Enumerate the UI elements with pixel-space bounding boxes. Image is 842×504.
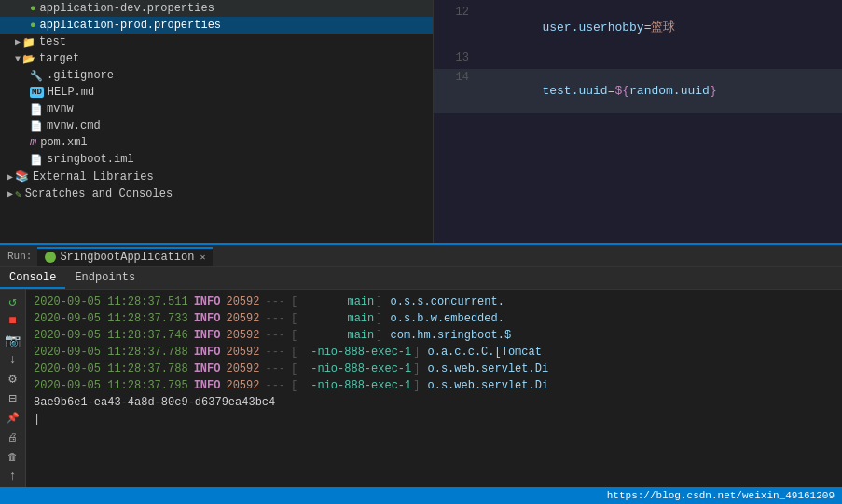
- sidebar-item-label: test: [39, 35, 66, 48]
- sidebar-item-pomxml[interactable]: m pom.xml: [0, 134, 433, 151]
- log-thread-6: -nio-888-exec-1: [299, 379, 411, 392]
- log-class-3: com.hm.sringboot.$: [390, 329, 511, 342]
- log-line-cursor: |: [26, 411, 842, 428]
- sidebar-item-label: application-dev.properties: [40, 2, 214, 15]
- log-level-6: INFO: [194, 379, 221, 392]
- tab-endpoints-label: Endpoints: [75, 271, 135, 284]
- app-dev-icon: ●: [30, 3, 36, 14]
- sidebar-item-label: Scratches and Consoles: [25, 187, 173, 200]
- sidebar-item-label: target: [39, 52, 79, 65]
- log-line-3: 2020-09-05 11:28:37.746 INFO 20592 --- […: [26, 327, 842, 344]
- run-label: Run:: [7, 251, 32, 262]
- log-date-3: 2020-09-05 11:28:37.746: [34, 329, 188, 342]
- code-content-12: user.userhobby=篮球: [484, 5, 675, 49]
- log-sep-1: ---: [265, 295, 285, 308]
- run-tab[interactable]: SringbootApplication ✕: [37, 247, 213, 266]
- code-line-13: 13: [434, 50, 842, 69]
- layout-button[interactable]: ⊟: [3, 390, 23, 406]
- log-class-1: o.s.s.concurrent.: [390, 295, 504, 308]
- console-content-area: ↺ ■ 📷 ↓ ⚙ ⊟ 📌 🖨 🗑 ↑ 2020-09-05 11:28:37.…: [0, 290, 842, 487]
- sidebar-item-target[interactable]: ▼ 📂 target: [0, 50, 433, 67]
- log-pid-5: 20592: [226, 362, 259, 375]
- settings-button[interactable]: ⚙: [3, 371, 23, 387]
- code-editor: 12 user.userhobby=篮球 13 14 test.uuid=${r…: [434, 0, 842, 243]
- log-thread-2: main: [299, 312, 374, 325]
- uuid-value: 8ae9b6e1-ea43-4a8d-80c9-d6379ea43bc4: [34, 396, 275, 409]
- log-level-5: INFO: [194, 362, 221, 375]
- tab-console-label: Console: [9, 271, 56, 284]
- log-thread-1: main: [299, 295, 374, 308]
- pin-button[interactable]: 📌: [3, 410, 23, 426]
- log-date-1: 2020-09-05 11:28:37.511: [34, 295, 188, 308]
- log-line-5: 2020-09-05 11:28:37.788 INFO 20592 --- […: [26, 361, 842, 377]
- sidebar-item-label: External Libraries: [33, 170, 154, 184]
- log-thread-4: -nio-888-exec-1: [299, 346, 411, 359]
- tab-endpoints[interactable]: Endpoints: [65, 268, 145, 289]
- down-button[interactable]: ↓: [3, 352, 23, 368]
- log-thread-5: -nio-888-exec-1: [299, 362, 411, 375]
- log-line-uuid: 8ae9b6e1-ea43-4a8d-80c9-d6379ea43bc4: [26, 394, 842, 411]
- log-line-6: 2020-09-05 11:28:37.795 INFO 20592 --- […: [26, 377, 842, 394]
- sidebar-item-label: sringboot.iml: [47, 153, 134, 166]
- scratches-arrow-icon: ▶: [7, 188, 13, 199]
- code-content-14: test.uuid=${random.uuid}: [484, 70, 717, 112]
- log-level-4: INFO: [194, 346, 221, 359]
- side-toolbar: ↺ ■ 📷 ↓ ⚙ ⊟ 📌 🖨 🗑 ↑: [0, 290, 26, 487]
- log-pid-3: 20592: [226, 329, 259, 342]
- sidebar-item-label: HELP.md: [48, 86, 94, 99]
- app-prod-icon: ●: [30, 20, 36, 31]
- log-class-2: o.s.b.w.embedded.: [390, 312, 504, 325]
- sidebar-item-mvnw[interactable]: 📄 mvnw: [0, 101, 433, 117]
- sidebar-item-app-prod[interactable]: ● application-prod.properties: [0, 17, 433, 34]
- code-line-12: 12 user.userhobby=篮球: [434, 4, 842, 50]
- tab-console[interactable]: Console: [0, 268, 65, 289]
- stop-button[interactable]: ■: [3, 313, 23, 329]
- log-pid-1: 20592: [226, 295, 259, 308]
- sidebar-item-app-dev[interactable]: ● application-dev.properties: [0, 0, 433, 17]
- log-date-4: 2020-09-05 11:28:37.788: [34, 346, 188, 359]
- folder-icon: 📁: [22, 36, 35, 48]
- mvnw-icon: 📄: [30, 103, 43, 116]
- sidebar-item-test[interactable]: ▶ 📁 test: [0, 34, 433, 50]
- rerun-button[interactable]: ↺: [3, 293, 23, 309]
- log-pid-6: 20592: [226, 379, 259, 392]
- log-date-6: 2020-09-05 11:28:37.795: [34, 379, 188, 392]
- print-button[interactable]: 🖨: [3, 429, 23, 445]
- sidebar: ● application-dev.properties ● applicati…: [0, 0, 434, 243]
- sidebar-item-extlibs[interactable]: ▶ 📚 External Libraries: [0, 168, 433, 185]
- arrow-open-icon: ▼: [15, 54, 21, 64]
- spring-icon: [45, 252, 56, 263]
- log-level-3: INFO: [194, 329, 221, 342]
- sidebar-item-label: mvnw.cmd: [47, 119, 101, 132]
- log-sep-6: ---: [265, 379, 285, 392]
- trash-button[interactable]: 🗑: [3, 449, 23, 465]
- log-class-4: o.a.c.c.C.[Tomcat: [427, 346, 541, 359]
- log-thread-3: main: [299, 329, 374, 342]
- sidebar-item-gitignore[interactable]: 🔧 .gitignore: [0, 67, 433, 84]
- line-number-14: 14: [441, 71, 469, 84]
- tab-close-icon[interactable]: ✕: [200, 252, 205, 263]
- log-pid-2: 20592: [226, 312, 259, 325]
- log-pid-4: 20592: [226, 346, 259, 359]
- log-level-2: INFO: [194, 312, 221, 325]
- log-sep-4: ---: [265, 346, 285, 359]
- main-area: ● application-dev.properties ● applicati…: [0, 0, 842, 243]
- sidebar-item-mvnwcmd[interactable]: 📄 mvnw.cmd: [0, 117, 433, 134]
- sidebar-item-scratches[interactable]: ▶ ✎ Scratches and Consoles: [0, 185, 433, 202]
- arrow-icon: ▶: [15, 36, 21, 48]
- sidebar-item-label: .gitignore: [47, 69, 114, 82]
- log-sep-3: ---: [265, 329, 285, 342]
- sidebar-item-helpmd[interactable]: MD HELP.md: [0, 84, 433, 101]
- mvnwcmd-icon: 📄: [30, 120, 43, 132]
- folder-open-icon: 📂: [22, 53, 35, 65]
- status-url: https://blog.csdn.net/weixin_49161209: [607, 490, 835, 501]
- extlibs-arrow-icon: ▶: [7, 171, 13, 183]
- console-top-row: Console Endpoints: [0, 267, 842, 290]
- gitignore-icon: 🔧: [30, 70, 43, 82]
- sidebar-item-iml[interactable]: 📄 sringboot.iml: [0, 151, 433, 168]
- up-scroll-button[interactable]: ↑: [3, 468, 23, 484]
- console-output: 2020-09-05 11:28:37.511 INFO 20592 --- […: [26, 290, 842, 487]
- log-line-2: 2020-09-05 11:28:37.733 INFO 20592 --- […: [26, 310, 842, 327]
- camera-button[interactable]: 📷: [3, 333, 23, 348]
- log-sep-2: ---: [265, 312, 285, 325]
